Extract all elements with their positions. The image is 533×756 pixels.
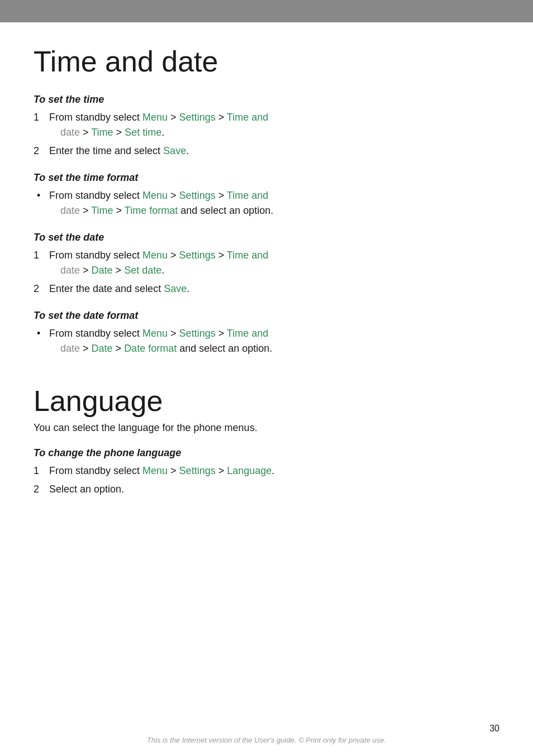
save-link: Save [163, 145, 186, 156]
settings-link: Settings [179, 112, 216, 123]
menu-link: Menu [142, 190, 168, 201]
language-link: Language [227, 465, 272, 476]
language-subtitle: You can select the language for the phon… [34, 422, 499, 434]
footer: This is the Internet version of the User… [0, 735, 533, 745]
menu-link: Menu [142, 465, 168, 476]
date2-link: Date [92, 265, 113, 276]
page-number: 30 [489, 724, 499, 734]
language-title: Language [34, 384, 499, 418]
date-link: date [60, 343, 80, 354]
settings-link: Settings [179, 190, 216, 201]
menu-link: Menu [142, 328, 168, 339]
time-link: Time [91, 127, 113, 138]
list-item: 2 Select an option. [34, 482, 499, 497]
settings-link: Settings [179, 465, 216, 476]
top-bar [0, 0, 533, 22]
time-format-list: From standby select Menu > Settings > Ti… [34, 188, 499, 218]
list-item: 2 Enter the time and select Save. [34, 143, 499, 159]
menu-link: Menu [142, 112, 168, 123]
date-link: date [60, 205, 80, 216]
set-time-link: Set time [125, 127, 161, 138]
list-item: 1 From standby select Menu > Settings > … [34, 110, 499, 140]
set-date-list: 1 From standby select Menu > Settings > … [34, 248, 499, 296]
list-item: 2 Enter the date and select Save. [34, 281, 499, 296]
date-format-list: From standby select Menu > Settings > Ti… [34, 326, 499, 356]
settings-link: Settings [179, 250, 216, 261]
section-title-set-time: To set the time [34, 94, 499, 106]
menu-link: Menu [142, 250, 168, 261]
main-content: Time and date To set the time 1 From sta… [0, 22, 533, 534]
list-item: 1 From standby select Menu > Settings > … [34, 463, 499, 479]
list-item: 1 From standby select Menu > Settings > … [34, 248, 499, 278]
change-language-list: 1 From standby select Menu > Settings > … [34, 463, 499, 497]
settings-link: Settings [179, 328, 216, 339]
time-and-link: Time and [227, 250, 268, 261]
date-link: date [60, 127, 80, 138]
date2-link: Date [92, 343, 113, 354]
language-section: Language You can select the language for… [34, 384, 499, 497]
time-link: Time [91, 205, 113, 216]
section-title-date-format: To set the date format [34, 310, 499, 322]
list-item: From standby select Menu > Settings > Ti… [34, 326, 499, 356]
time-and-link: Time and [227, 112, 268, 123]
list-item: From standby select Menu > Settings > Ti… [34, 188, 499, 218]
time-and-link: Time and [227, 190, 268, 201]
time-format-link: Time format [125, 205, 178, 216]
page-title: Time and date [34, 45, 499, 78]
set-time-list: 1 From standby select Menu > Settings > … [34, 110, 499, 159]
section-title-change-language: To change the phone language [34, 447, 499, 459]
set-date-link: Set date [124, 265, 161, 276]
date-link: date [60, 265, 80, 276]
save-link: Save [164, 283, 187, 294]
footer-text: This is the Internet version of the User… [147, 736, 386, 744]
time-and-link: Time and [227, 328, 268, 339]
section-title-set-date: To set the date [34, 232, 499, 243]
date-format-link: Date format [124, 343, 177, 354]
section-title-time-format: To set the time format [34, 172, 499, 184]
